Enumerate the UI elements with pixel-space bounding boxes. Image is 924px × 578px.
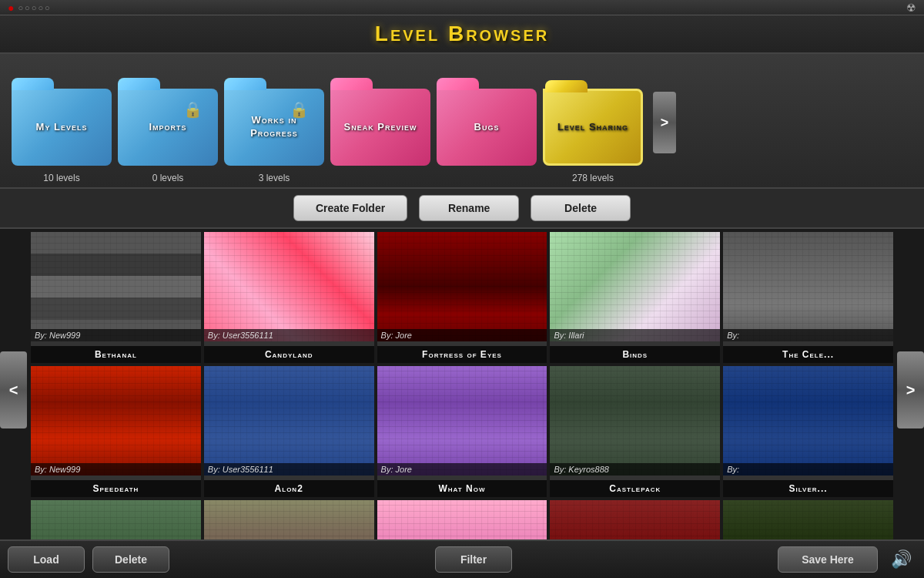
- level-thumbnail: [550, 366, 720, 476]
- scroll-right-button[interactable]: >: [897, 351, 924, 428]
- pixel-overlay: [204, 232, 374, 341]
- level-name: Alon2: [204, 480, 374, 497]
- level-thumbnail: [723, 232, 893, 341]
- pixel-overlay: [377, 366, 547, 476]
- lock-icon: 🔒: [183, 100, 203, 119]
- filter-button[interactable]: Filter: [435, 546, 512, 573]
- folder-my-levels-label: My Levels: [19, 121, 104, 134]
- level-item[interactable]: By:Silver...: [723, 366, 893, 497]
- delete-level-button[interactable]: Delete: [92, 546, 169, 573]
- level-author: By: Keyros888: [550, 463, 720, 476]
- folder-imports[interactable]: 🔒 Imports 0 levels: [118, 85, 218, 183]
- level-item[interactable]: By: JoreWhat Now: [377, 366, 547, 497]
- top-bar: ● ○○○○○ ☢: [0, 0, 924, 15]
- level-name: Castlepack: [550, 480, 720, 497]
- level-name: Candyland: [204, 346, 374, 363]
- level-author: By: User3556111: [204, 463, 374, 476]
- save-here-button[interactable]: Save Here: [778, 546, 878, 573]
- scroll-left-button[interactable]: <: [0, 351, 27, 428]
- level-author: By:: [723, 329, 893, 341]
- folder-sneak-label: Sneak Preview: [338, 121, 423, 134]
- pixel-overlay: [31, 232, 201, 341]
- level-thumbnail: [377, 232, 547, 341]
- level-thumbnail: [31, 232, 201, 341]
- pixel-overlay: [723, 366, 893, 476]
- folder-row: My Levels 10 levels 🔒 Imports 0 levels 🔒…: [0, 54, 924, 189]
- pixel-overlay: [550, 366, 720, 476]
- folder-sneak-preview[interactable]: Sneak Preview: [330, 85, 430, 183]
- pixel-overlay: [723, 232, 893, 341]
- folder-my-levels-count: 10 levels: [43, 173, 79, 183]
- folder-imports-label: Imports: [126, 121, 210, 134]
- folder-sneak-count: [379, 173, 381, 183]
- level-author: By: New999: [31, 329, 201, 341]
- folder-bugs[interactable]: Bugs: [437, 85, 537, 183]
- level-name: What Now: [377, 480, 547, 497]
- level-author: By: Jore: [377, 463, 547, 476]
- app-name: ○○○○○: [18, 3, 51, 12]
- level-author: By: Jore: [377, 329, 547, 341]
- level-item[interactable]: By: User3556111Candyland: [204, 232, 374, 363]
- rename-button[interactable]: Rename: [419, 195, 519, 221]
- folder-bugs-count: [485, 173, 487, 183]
- level-author: By: User3556111: [204, 329, 374, 341]
- level-name: Speedeath: [31, 480, 201, 497]
- main-content: < By: New999BethanalBy: User3556111Candy…: [0, 229, 924, 551]
- folder-sharing-label: Level Sharing: [551, 121, 635, 134]
- chevron-left-icon: <: [9, 381, 18, 399]
- pixel-overlay: [31, 366, 201, 476]
- level-thumbnail: [550, 232, 720, 341]
- level-author: By: New999: [31, 463, 201, 476]
- level-author: By: Illari: [550, 329, 720, 341]
- folder-wip[interactable]: 🔒 Works in Progress 3 levels: [224, 85, 324, 183]
- app-logo-icon: ●: [8, 2, 14, 14]
- level-thumbnail: [31, 366, 201, 476]
- load-button[interactable]: Load: [8, 546, 85, 573]
- folder-wip-label: Works in Progress: [232, 114, 316, 140]
- level-name: The Cele...: [723, 346, 893, 363]
- folder-sharing-count: 278 levels: [572, 173, 614, 183]
- folder-imports-count: 0 levels: [152, 173, 184, 183]
- level-name: Silver...: [723, 480, 893, 497]
- create-folder-button[interactable]: Create Folder: [293, 195, 407, 221]
- level-item[interactable]: By: New999Speedeath: [31, 366, 201, 497]
- toolbar-row: Create Folder Rename Delete: [0, 189, 924, 229]
- level-thumbnail: [204, 366, 374, 476]
- pixel-overlay: [377, 232, 547, 341]
- folder-my-levels[interactable]: My Levels 10 levels: [12, 85, 112, 183]
- bottom-bar: Load Delete Filter Save Here 🔊: [0, 539, 924, 578]
- folder-wip-count: 3 levels: [259, 173, 290, 183]
- level-item[interactable]: By: User3556111Alon2: [204, 366, 374, 497]
- close-icon[interactable]: ☢: [906, 2, 916, 14]
- level-item[interactable]: By:The Cele...: [723, 232, 893, 363]
- level-item[interactable]: By: JoreFortress of Eyes: [377, 232, 547, 363]
- chevron-right-icon: >: [661, 115, 669, 131]
- level-thumbnail: [377, 366, 547, 476]
- level-name: Fortress of Eyes: [377, 346, 547, 363]
- level-item[interactable]: By: New999Bethanal: [31, 232, 201, 363]
- level-name: Bethanal: [31, 346, 201, 363]
- folder-bugs-label: Bugs: [444, 121, 529, 134]
- folder-scroll-right[interactable]: >: [653, 92, 676, 153]
- speaker-icon[interactable]: 🔊: [886, 544, 916, 575]
- title-bar: Level Browser: [0, 15, 924, 54]
- level-grid: By: New999BethanalBy: User3556111Candyla…: [0, 229, 924, 551]
- level-name: Binds: [550, 346, 720, 363]
- delete-folder-button[interactable]: Delete: [531, 195, 631, 221]
- level-thumbnail: [723, 366, 893, 476]
- level-item[interactable]: By: Keyros888Castlepack: [550, 366, 720, 497]
- folder-level-sharing[interactable]: Level Sharing 278 levels: [543, 85, 643, 183]
- page-title: Level Browser: [0, 22, 924, 46]
- level-thumbnail: [204, 232, 374, 341]
- chevron-right-icon: >: [906, 381, 916, 399]
- pixel-overlay: [550, 232, 720, 341]
- level-item[interactable]: By: IllariBinds: [550, 232, 720, 363]
- pixel-overlay: [204, 366, 374, 476]
- level-author: By:: [723, 463, 893, 476]
